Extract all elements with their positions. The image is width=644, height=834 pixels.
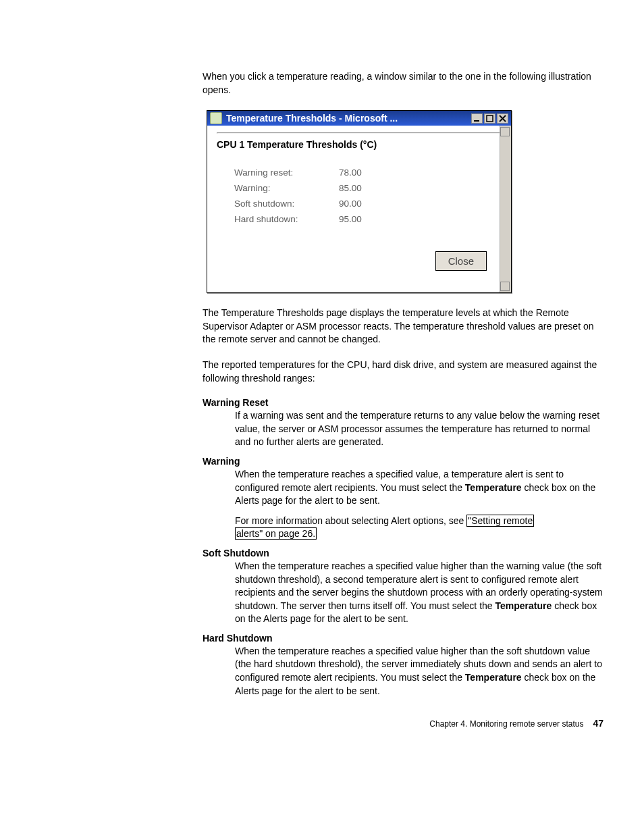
def-term-soft-shutdown: Soft Shutdown [203, 548, 603, 558]
page-footer: Chapter 4. Monitoring remote server stat… [203, 718, 603, 729]
threshold-value: 90.00 [339, 199, 362, 209]
threshold-value: 78.00 [339, 167, 362, 178]
dialog-titlebar[interactable]: Temperature Thresholds - Microsoft ... [207, 111, 511, 126]
scroll-down-button[interactable] [500, 282, 510, 291]
threshold-value: 95.00 [339, 214, 362, 224]
table-row: Warning reset: 78.00 [234, 167, 502, 178]
link-setting-remote-alerts[interactable]: alerts" on page 26. [235, 527, 317, 540]
def-body-warning-reset: If a warning was sent and the temperatur… [235, 409, 603, 449]
def-body-hard-shutdown: When the temperature reaches a specified… [235, 645, 603, 698]
def-body-soft-shutdown: When the temperature reaches a specified… [235, 560, 603, 626]
footer-chapter: Chapter 4. Monitoring remote server stat… [429, 719, 583, 729]
scroll-up-button[interactable] [500, 127, 510, 136]
paragraph: The Temperature Thresholds page displays… [203, 307, 603, 346]
temperature-thresholds-dialog: Temperature Thresholds - Microsoft ... C… [207, 110, 512, 293]
dialog-body: CPU 1 Temperature Thresholds (°C) Warnin… [207, 126, 511, 292]
link-setting-remote-alerts[interactable]: "Setting remote [466, 515, 534, 527]
intro-text: When you click a temperature reading, a … [203, 70, 603, 97]
close-button[interactable]: Close [435, 251, 487, 271]
close-window-button[interactable] [497, 113, 508, 124]
dialog-title: Temperature Thresholds - Microsoft ... [226, 113, 471, 124]
dialog-heading: CPU 1 Temperature Thresholds (°C) [217, 139, 502, 150]
table-row: Hard shutdown: 95.00 [234, 214, 502, 224]
threshold-table: Warning reset: 78.00 Warning: 85.00 Soft… [234, 167, 502, 224]
app-icon [210, 112, 222, 124]
def-term-warning: Warning [203, 456, 603, 467]
def-term-hard-shutdown: Hard Shutdown [203, 633, 603, 644]
paragraph: The reported temperatures for the CPU, h… [203, 359, 603, 385]
threshold-label: Hard shutdown: [234, 214, 339, 224]
def-body-warning: When the temperature reaches a specified… [235, 468, 603, 541]
table-row: Warning: 85.00 [234, 183, 502, 193]
threshold-label: Soft shutdown: [234, 199, 339, 209]
footer-page-number: 47 [593, 718, 603, 729]
table-row: Soft shutdown: 90.00 [234, 199, 502, 209]
maximize-button[interactable] [484, 113, 495, 124]
def-term-warning-reset: Warning Reset [203, 397, 603, 408]
threshold-label: Warning: [234, 183, 339, 193]
minimize-button[interactable] [471, 113, 483, 124]
threshold-label: Warning reset: [234, 167, 339, 178]
threshold-value: 85.00 [339, 183, 362, 193]
svg-rect-1 [487, 115, 493, 122]
